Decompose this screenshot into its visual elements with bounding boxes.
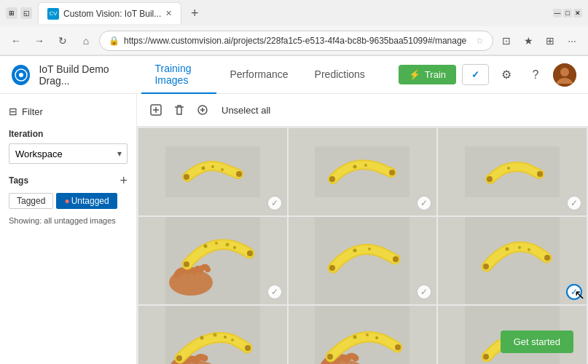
banana-bg-8 — [289, 306, 437, 364]
svg-point-11 — [236, 171, 242, 177]
edit-toolbar-btn[interactable] — [192, 100, 213, 120]
new-tab-btn[interactable]: + — [184, 3, 205, 23]
image-cell-6[interactable]: ✓ ↖ — [438, 217, 587, 304]
image-cell-1[interactable]: ✓ — [138, 128, 287, 215]
check-badge-3[interactable]: ✓ — [566, 195, 582, 211]
close-btn[interactable]: ✕ — [573, 9, 582, 17]
svg-point-39 — [544, 255, 550, 261]
browser-icon: ⊞ — [6, 7, 17, 19]
collections-btn[interactable]: ⊞ — [540, 31, 560, 51]
settings-btn[interactable]: ⚙ — [495, 63, 518, 87]
svg-point-20 — [537, 171, 543, 177]
help-btn[interactable]: ? — [524, 63, 547, 87]
banana-bg-3 — [438, 128, 587, 215]
check-badge-4[interactable]: ✓ — [267, 284, 283, 300]
nav-performance[interactable]: Performance — [216, 56, 301, 94]
home-btn[interactable]: ⌂ — [76, 31, 96, 51]
favorites-btn[interactable]: ★ — [518, 31, 538, 51]
back-btn[interactable]: ← — [6, 31, 26, 51]
svg-point-37 — [528, 248, 530, 251]
svg-point-58 — [483, 354, 489, 360]
refresh-btn[interactable]: ↻ — [52, 31, 73, 51]
extensions-btn[interactable]: ⊡ — [496, 31, 517, 51]
url-text: https://www.customvision.ai/projects/228… — [124, 36, 471, 46]
tab-close-btn[interactable]: ✕ — [165, 9, 172, 18]
toolbar: Unselect all — [137, 94, 588, 127]
banana-svg-2 — [315, 146, 409, 197]
svg-point-31 — [368, 248, 371, 250]
delete-toolbar-btn[interactable] — [169, 100, 189, 120]
banana-svg-5 — [315, 217, 409, 304]
svg-point-19 — [487, 176, 493, 182]
untagged-btn[interactable]: ●Untagged — [56, 193, 117, 209]
banana-svg-7 — [165, 306, 260, 364]
svg-point-25 — [225, 243, 229, 247]
forward-btn[interactable]: → — [29, 31, 50, 51]
banana-svg-6 — [465, 217, 560, 304]
banana-svg-3 — [465, 146, 560, 197]
maximize-btn[interactable]: □ — [563, 9, 572, 17]
svg-point-27 — [184, 261, 189, 267]
iteration-select[interactable]: Workspace — [9, 143, 128, 164]
svg-point-3 — [560, 68, 569, 76]
svg-point-45 — [231, 339, 234, 341]
header-actions: ⚡ Train ✓ ⚙ ? — [399, 63, 576, 87]
nav-predictions[interactable]: Predictions — [302, 56, 378, 94]
check-badge-6-hover[interactable]: ✓ — [566, 284, 582, 300]
checkmark-icon: ✓ — [471, 69, 479, 80]
svg-point-1 — [19, 73, 23, 77]
address-bar[interactable]: 🔒 https://www.customvision.ai/projects/2… — [99, 31, 493, 51]
get-started-btn[interactable]: Get started — [501, 331, 573, 353]
svg-point-42 — [200, 336, 203, 340]
image-grid: ✓ ✓ — [137, 127, 588, 364]
menu-btn[interactable]: ··· — [562, 31, 582, 51]
image-cell-2[interactable]: ✓ — [289, 128, 437, 215]
tag-toolbar-btn[interactable] — [146, 100, 166, 120]
unselect-all-btn[interactable]: Unselect all — [216, 102, 276, 119]
svg-rect-6 — [165, 146, 260, 197]
banana-svg-4 — [165, 217, 260, 304]
app-title: IoT Build Demo Drag... — [39, 63, 133, 87]
image-cell-5[interactable]: ✓ — [289, 217, 437, 304]
image-cell-3[interactable]: ✓ — [438, 128, 587, 215]
star-icon[interactable]: ☆ — [476, 36, 484, 46]
svg-point-18 — [507, 167, 510, 170]
svg-point-52 — [375, 336, 378, 339]
tags-row: Tags + — [9, 174, 128, 187]
browser-icon2: ◱ — [20, 7, 32, 19]
active-tab[interactable]: CV Custom Vision: IoT Buil... ✕ — [38, 2, 181, 24]
quick-test-btn[interactable]: ✓ — [462, 64, 489, 85]
filter-row[interactable]: ⊟ Filter — [9, 103, 128, 120]
window-controls: — □ ✕ — [553, 9, 582, 17]
untagged-dot: ● — [64, 196, 69, 206]
banana-bg-6 — [438, 217, 587, 304]
image-cell-4[interactable]: ✓ — [138, 217, 287, 304]
image-cell-7[interactable]: ✓ — [138, 306, 287, 364]
banana-bg-5 — [289, 217, 437, 304]
train-btn[interactable]: ⚡ Train — [399, 65, 456, 84]
add-tag-btn[interactable]: + — [119, 174, 128, 187]
image-cell-8[interactable]: ✓ — [289, 306, 437, 364]
svg-point-16 — [389, 170, 395, 175]
svg-point-44 — [224, 336, 227, 339]
tab-bar: ⊞ ◱ CV Custom Vision: IoT Buil... ✕ + — … — [0, 0, 588, 26]
user-avatar[interactable] — [553, 63, 576, 87]
svg-point-26 — [233, 246, 236, 249]
svg-point-51 — [366, 333, 369, 336]
svg-point-23 — [203, 245, 207, 248]
svg-point-24 — [215, 242, 218, 245]
tagged-btn[interactable]: Tagged — [9, 193, 53, 209]
app-nav: Training Images Performance Predictions — [141, 56, 377, 94]
svg-point-46 — [176, 355, 182, 361]
iteration-dropdown-wrap: Workspace ▾ — [9, 143, 128, 164]
check-badge-1[interactable]: ✓ — [267, 195, 283, 211]
filter-label: Filter — [22, 106, 43, 117]
train-icon: ⚡ — [409, 69, 420, 80]
banana-bg-2 — [289, 128, 437, 215]
minimize-btn[interactable]: — — [553, 9, 562, 17]
nav-training-images[interactable]: Training Images — [141, 56, 216, 94]
iteration-label: Iteration — [9, 129, 128, 139]
svg-point-50 — [353, 336, 357, 339]
banana-bg-7 — [138, 306, 287, 364]
tags-label: Tags — [9, 175, 28, 186]
